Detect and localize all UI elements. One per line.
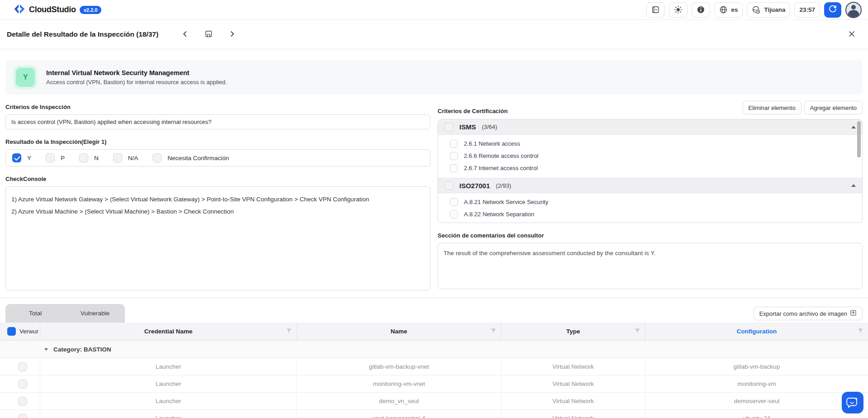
row-checkbox[interactable] [18, 397, 27, 406]
cert-group-iso27001[interactable]: ISO27001 (2/93) [438, 178, 862, 193]
checkconsole-text[interactable]: 1) Azure Virtual Network Gateway > (Sele… [5, 186, 430, 290]
certification-label: Criterios de Certificación [438, 108, 508, 114]
clock-label: 23:57 [799, 6, 815, 13]
table-row[interactable]: Launcher monitoring-vm-vnet Virtual Netw… [0, 375, 868, 393]
checkbox-p[interactable] [46, 153, 55, 162]
cloudstudio-logo-icon [14, 4, 25, 16]
checkbox-isms[interactable] [444, 123, 453, 132]
chat-smile-sparkle-icon [846, 395, 859, 410]
checkbox-cert-item[interactable] [450, 140, 458, 148]
cert-item[interactable]: 2.6.1 Network access [438, 138, 862, 150]
filter-icon[interactable] [286, 328, 292, 335]
info-button[interactable] [692, 2, 710, 18]
inspection-item-description: Access control (VPN, Bastion) for intern… [46, 79, 227, 86]
certification-column: Criterios de Certificación Eliminar elem… [438, 95, 863, 290]
checkbox-na[interactable] [113, 153, 122, 162]
checkbox-cert-item[interactable] [450, 152, 458, 160]
select-all-label: Verwur [19, 328, 38, 335]
close-button[interactable] [845, 28, 858, 42]
theme-toggle-button[interactable] [669, 2, 687, 18]
clock: 23:57 [794, 2, 820, 18]
filter-icon[interactable] [491, 328, 496, 335]
resources-section: Total Vulnerable Exportar como archivo d… [0, 298, 868, 418]
delete-element-button[interactable]: Eliminar elemento [743, 101, 801, 114]
cert-item[interactable]: A.8.21 Network Service Security [438, 196, 862, 208]
summary-banner: Y Internal Virtual Network Security Mana… [5, 60, 863, 95]
topbar: CloudStudio v2.2.0 [0, 0, 868, 20]
checkbox-cert-item[interactable] [450, 164, 458, 172]
save-button[interactable] [202, 27, 215, 42]
avatar[interactable] [845, 2, 862, 18]
table-row[interactable]: Launcher vnet-koreacentral-4 Virtual Net… [0, 410, 868, 418]
column-header-name[interactable]: Name [297, 323, 501, 340]
filter-icon[interactable] [858, 328, 863, 335]
consultant-comment-textarea[interactable]: The result of the comprehensive assessme… [438, 243, 863, 289]
criteria-input[interactable]: Is access control (VPN, Bastion) applied… [5, 114, 430, 129]
checkbox-n[interactable] [79, 153, 88, 162]
option-needs-confirmation[interactable]: Necesita Confirmación [153, 153, 229, 162]
checkconsole-label: CheckConsole [5, 176, 430, 182]
scrollbar-thumb[interactable] [857, 121, 861, 157]
sun-icon [674, 5, 682, 14]
option-p[interactable]: P [46, 153, 65, 162]
resource-tabs: Total Vulnerable [5, 304, 125, 323]
checkbox-y[interactable] [12, 153, 21, 162]
modal-header: Detalle del Resultado de la Inspección (… [0, 20, 868, 49]
tab-total[interactable]: Total [5, 310, 65, 317]
criteria-label: Criterios de Inspección [5, 104, 430, 110]
column-header-configuration[interactable]: Configuration [645, 323, 868, 340]
info-icon [696, 5, 705, 14]
page-title: Detalle del Resultado de la Inspección (… [7, 30, 158, 38]
select-all-checkbox[interactable] [7, 327, 16, 336]
manual-button[interactable] [646, 2, 665, 18]
checkconsole-line: 2) Azure Virtual Machine > (Select Virtu… [11, 205, 424, 218]
cert-group-isms[interactable]: ISMS (3/64) [438, 119, 862, 135]
row-checkbox[interactable] [18, 414, 27, 418]
chevron-right-icon [229, 31, 235, 38]
checkbox-iso27001[interactable] [444, 181, 453, 190]
option-y[interactable]: Y [12, 153, 31, 162]
table-row[interactable]: Launcher gitlab-vm-backup-vnet Virtual N… [0, 358, 868, 375]
option-n[interactable]: N [79, 153, 99, 162]
close-icon [848, 30, 855, 39]
checkbox-cert-item[interactable] [450, 210, 458, 218]
row-checkbox[interactable] [18, 380, 27, 389]
category-group-row[interactable]: Category: BASTION [0, 341, 868, 358]
topbar-actions: es Tijuana 23:57 [646, 2, 862, 18]
detail-content: Y Internal Virtual Network Security Mana… [0, 60, 868, 290]
chevron-left-icon [182, 31, 188, 38]
globe-clock-icon [752, 5, 761, 14]
result-badge-label: Y [23, 73, 28, 81]
checkbox-cert-item[interactable] [450, 198, 458, 206]
column-header-credential[interactable]: Credential Name [40, 323, 297, 340]
cert-item[interactable]: 2.6.7 Internet access control [438, 162, 862, 174]
checkbox-needs-confirmation[interactable] [153, 153, 162, 162]
assistant-chat-button[interactable] [842, 392, 863, 413]
add-element-button[interactable]: Agregar elemento [804, 101, 863, 114]
caret-up-icon [851, 184, 856, 187]
next-result-button[interactable] [226, 28, 238, 41]
prev-result-button[interactable] [179, 28, 191, 41]
certification-panel: ISMS (3/64) 2.6.1 Network access 2.6.6 R… [438, 119, 863, 223]
column-header-type[interactable]: Type [501, 323, 645, 340]
result-badge: Y [14, 66, 37, 89]
cert-item[interactable]: A.8.22 Network Separation [438, 208, 862, 220]
checkconsole-line: 1) Azure Virtual Network Gateway > (Sele… [11, 193, 424, 205]
row-checkbox[interactable] [18, 362, 27, 371]
floppy-disk-icon [205, 30, 213, 39]
option-na[interactable]: N/A [113, 153, 138, 162]
version-badge: v2.2.0 [80, 6, 102, 14]
comments-label: Sección de comentarios del consultor [438, 232, 863, 239]
refresh-icon [828, 5, 837, 15]
table-row[interactable]: Launcher demo_vn_seul Virtual Network de… [0, 393, 868, 410]
tab-vulnerable[interactable]: Vulnerable [65, 310, 125, 317]
sync-button[interactable] [824, 2, 841, 18]
export-image-button[interactable]: Exportar como archivo de imagen [754, 307, 863, 320]
filter-icon[interactable] [634, 328, 640, 335]
globe-icon [719, 5, 728, 14]
timezone-button[interactable]: Tijuana [747, 2, 790, 18]
book-icon [651, 5, 660, 14]
language-button[interactable]: es [714, 2, 743, 18]
cert-item[interactable]: 2.6.6 Remote access control [438, 150, 862, 162]
brand[interactable]: CloudStudio v2.2.0 [14, 4, 101, 16]
